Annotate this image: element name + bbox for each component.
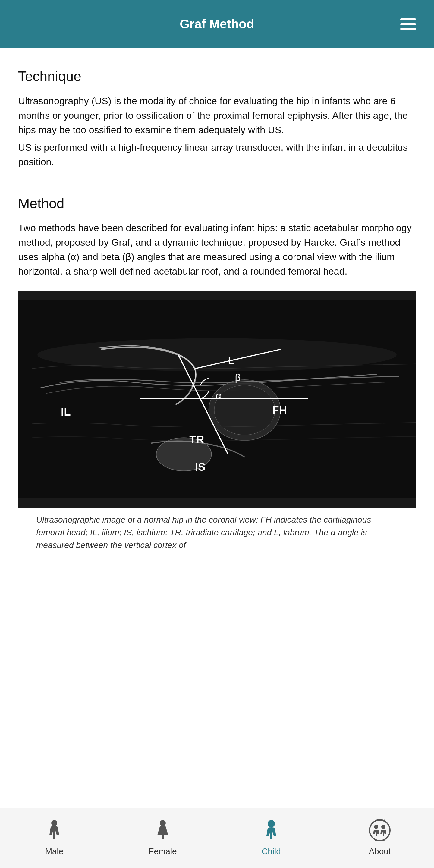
svg-point-2	[37, 338, 397, 372]
svg-point-20	[374, 825, 378, 829]
technique-heading: Technique	[18, 66, 416, 87]
male-icon	[42, 818, 66, 842]
svg-text:IL: IL	[61, 406, 71, 418]
svg-text:α: α	[216, 390, 221, 401]
svg-text:FH: FH	[272, 404, 287, 417]
image-caption: Ultrasonographic image of a normal hip i…	[18, 507, 416, 558]
method-text: Two methods have been described for eval…	[18, 221, 416, 278]
app-header: Graf Method	[0, 0, 434, 48]
nav-item-female[interactable]: Female	[108, 808, 217, 868]
male-label: Male	[45, 845, 64, 858]
main-content: Technique Ultrasonography (US) is the mo…	[0, 48, 434, 633]
svg-point-17	[160, 820, 166, 826]
child-label: Child	[261, 845, 281, 858]
about-icon	[368, 818, 392, 842]
svg-point-4	[214, 385, 275, 435]
nav-item-about[interactable]: About	[326, 808, 434, 868]
child-icon	[259, 818, 283, 842]
ultrasound-svg: L β α IL FH TR IS	[18, 290, 416, 507]
method-heading: Method	[18, 193, 416, 214]
svg-text:β: β	[235, 372, 241, 383]
svg-point-19	[370, 820, 390, 841]
svg-point-21	[381, 825, 385, 829]
nav-item-child[interactable]: Child	[217, 808, 326, 868]
svg-text:TR: TR	[189, 433, 204, 446]
about-label: About	[369, 845, 391, 858]
ultrasound-image: L β α IL FH TR IS	[18, 290, 416, 507]
svg-point-18	[268, 820, 275, 827]
menu-button[interactable]	[400, 19, 416, 30]
female-icon	[151, 818, 175, 842]
svg-text:L: L	[228, 355, 234, 367]
nav-item-male[interactable]: Male	[0, 808, 108, 868]
ultrasound-image-container: L β α IL FH TR IS Ultrasonographic im	[18, 290, 416, 558]
technique-text: Ultrasonography (US) is the modality of …	[18, 94, 416, 169]
svg-text:IS: IS	[195, 461, 206, 473]
female-label: Female	[149, 845, 177, 858]
bottom-navigation: Male Female Child	[0, 808, 434, 868]
page-title: Graf Method	[180, 15, 254, 33]
svg-point-16	[51, 820, 57, 826]
